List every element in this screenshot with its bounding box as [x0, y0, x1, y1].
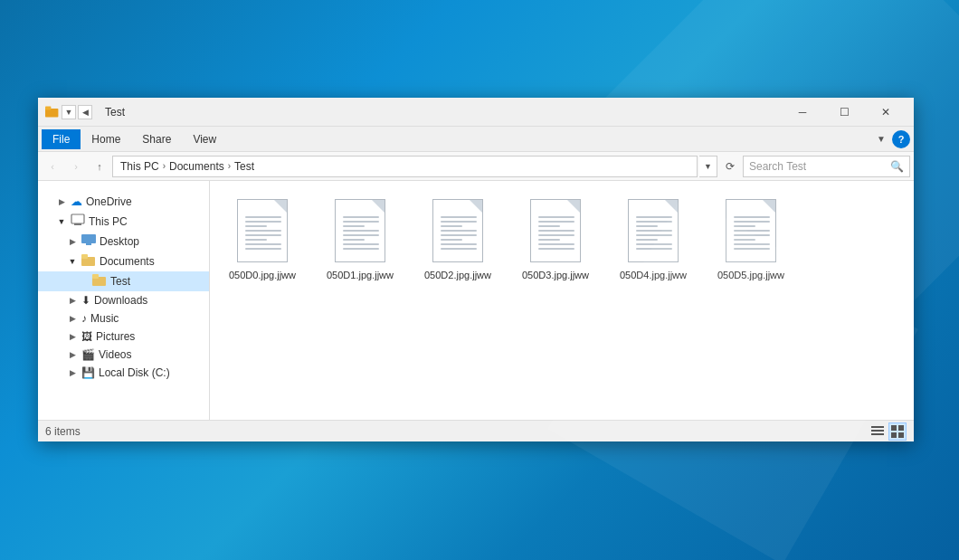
search-icon[interactable]: 🔍 [890, 160, 904, 173]
ribbon-expand-button[interactable]: ▼ [870, 128, 892, 150]
folder-title-icon [45, 105, 60, 119]
svg-rect-5 [86, 243, 91, 245]
refresh-button[interactable]: ⟳ [719, 156, 741, 177]
music-icon: ♪ [81, 312, 87, 325]
sidebar-item-test[interactable]: Test [38, 271, 209, 291]
sidebar-label-desktop: Desktop [100, 235, 139, 248]
help-button[interactable]: ? [892, 130, 910, 148]
sidebar-label-videos: Videos [99, 348, 131, 361]
svg-rect-2 [71, 214, 84, 223]
file-name-1: 050D1.jpg.jjww [327, 269, 394, 281]
menu-tab-file[interactable]: File [42, 129, 81, 149]
sidebar-item-documents[interactable]: ▼ Documents [38, 252, 209, 271]
expand-arrow-documents: ▼ [67, 256, 78, 267]
file-icon-3 [527, 196, 584, 265]
file-area: 050D0.jpg.jjww [210, 181, 914, 420]
up-button[interactable]: ↑ [89, 156, 110, 177]
minimize-button[interactable]: ─ [782, 98, 823, 127]
sidebar-item-onedrive[interactable]: ▶ ☁ OneDrive [38, 192, 209, 211]
test-folder-icon [92, 274, 107, 289]
forward-button[interactable]: › [65, 156, 87, 177]
view-tile-button[interactable] [888, 422, 907, 441]
search-box[interactable]: 🔍 [743, 156, 910, 177]
svg-rect-16 [898, 432, 904, 438]
expand-arrow-onedrive: ▶ [56, 196, 67, 207]
svg-rect-11 [871, 430, 884, 432]
pictures-icon: 🖼 [81, 330, 92, 343]
file-name-5: 050D5.jpg.jjww [717, 269, 784, 281]
sidebar-item-videos[interactable]: ▶ 🎬 Videos [38, 346, 209, 364]
title-bar-icons: ▼ ◀ [45, 105, 92, 119]
menu-bar: File Home Share View ▼ ? [38, 127, 914, 152]
expand-arrow-desktop: ▶ [67, 236, 78, 247]
documents-icon [81, 254, 96, 269]
address-path[interactable]: This PC › Documents › Test [112, 156, 698, 177]
thispc-icon [71, 214, 85, 229]
file-item-5[interactable]: 050D5.jpg.jjww [706, 188, 796, 289]
menu-tab-home[interactable]: Home [81, 129, 131, 149]
file-item-4[interactable]: 050D4.jpg.jjww [608, 188, 698, 289]
file-name-3: 050D3.jpg.jjww [522, 269, 589, 281]
file-item-3[interactable]: 050D3.jpg.jjww [510, 188, 601, 289]
onedrive-icon: ☁ [71, 195, 82, 208]
sidebar-item-thispc[interactable]: ▼ This PC [38, 211, 209, 232]
svg-rect-12 [871, 433, 884, 435]
breadcrumb-sep1: › [163, 161, 166, 171]
window-controls: ─ ☐ ✕ [782, 98, 907, 127]
svg-rect-7 [81, 254, 88, 259]
localdisk-icon: 💾 [81, 366, 95, 379]
breadcrumb-thispc[interactable]: This PC [120, 160, 159, 173]
file-name-4: 050D4.jpg.jjww [620, 269, 687, 281]
sidebar-label-test: Test [110, 275, 130, 288]
menu-tab-share[interactable]: Share [131, 129, 182, 149]
breadcrumb-test[interactable]: Test [234, 160, 254, 173]
svg-rect-1 [45, 106, 51, 109]
file-name-0: 050D0.jpg.jjww [229, 269, 296, 281]
sidebar-label-thispc: This PC [89, 215, 128, 228]
svg-rect-14 [898, 425, 904, 431]
svg-rect-4 [81, 234, 96, 243]
search-input[interactable] [749, 160, 887, 173]
sidebar-label-onedrive: OneDrive [86, 195, 132, 208]
sidebar-item-localdisk[interactable]: ▶ 💾 Local Disk (C:) [38, 364, 209, 382]
file-item-2[interactable]: 050D2.jpg.jjww [413, 188, 503, 289]
videos-icon: 🎬 [81, 348, 95, 361]
back-button[interactable]: ‹ [42, 156, 63, 177]
quick-access-arrow[interactable]: ▼ [62, 105, 76, 119]
file-icon-1 [331, 196, 389, 265]
sidebar-label-pictures: Pictures [96, 330, 135, 343]
sidebar-item-downloads[interactable]: ▶ ⬇ Downloads [38, 291, 209, 309]
file-item-0[interactable]: 050D0.jpg.jjww [217, 188, 308, 289]
breadcrumb-documents[interactable]: Documents [169, 160, 224, 173]
sidebar-item-pictures[interactable]: ▶ 🖼 Pictures [38, 327, 209, 346]
main-area: ▶ ☁ OneDrive ▼ This PC ▶ Desktop [38, 181, 914, 420]
expand-arrow-music: ▶ [67, 313, 78, 324]
menu-tab-view[interactable]: View [182, 129, 227, 149]
sidebar: ▶ ☁ OneDrive ▼ This PC ▶ Desktop [38, 181, 210, 420]
title-bar: ▼ ◀ Test ─ ☐ ✕ [38, 98, 914, 127]
maximize-button[interactable]: ☐ [823, 98, 865, 127]
window-title: Test [105, 106, 782, 119]
sidebar-item-desktop[interactable]: ▶ Desktop [38, 232, 209, 252]
file-item-1[interactable]: 050D1.jpg.jjww [315, 188, 405, 289]
status-bar: 6 items [38, 420, 914, 441]
sidebar-label-localdisk: Local Disk (C:) [99, 366, 170, 379]
address-dropdown-button[interactable]: ▼ [699, 156, 717, 177]
file-explorer-window: ▼ ◀ Test ─ ☐ ✕ File Home Share View ▼ ? … [38, 98, 914, 441]
address-bar: ‹ › ↑ This PC › Documents › Test ▼ ⟳ 🔍 [38, 152, 914, 181]
expand-arrow-downloads: ▶ [67, 295, 78, 306]
item-count: 6 items [45, 425, 81, 438]
file-name-2: 050D2.jpg.jjww [424, 269, 491, 281]
desktop-icon [81, 234, 96, 249]
file-icon-2 [429, 196, 487, 265]
view-list-button[interactable] [869, 422, 887, 441]
svg-rect-10 [871, 426, 884, 428]
title-bar-arrow2[interactable]: ◀ [78, 105, 92, 119]
svg-rect-13 [891, 425, 897, 431]
sidebar-label-documents: Documents [100, 255, 155, 268]
expand-arrow-localdisk: ▶ [67, 367, 78, 378]
file-icon-0 [233, 196, 291, 265]
close-button[interactable]: ✕ [865, 98, 907, 127]
downloads-icon: ⬇ [81, 294, 90, 307]
sidebar-item-music[interactable]: ▶ ♪ Music [38, 309, 209, 327]
